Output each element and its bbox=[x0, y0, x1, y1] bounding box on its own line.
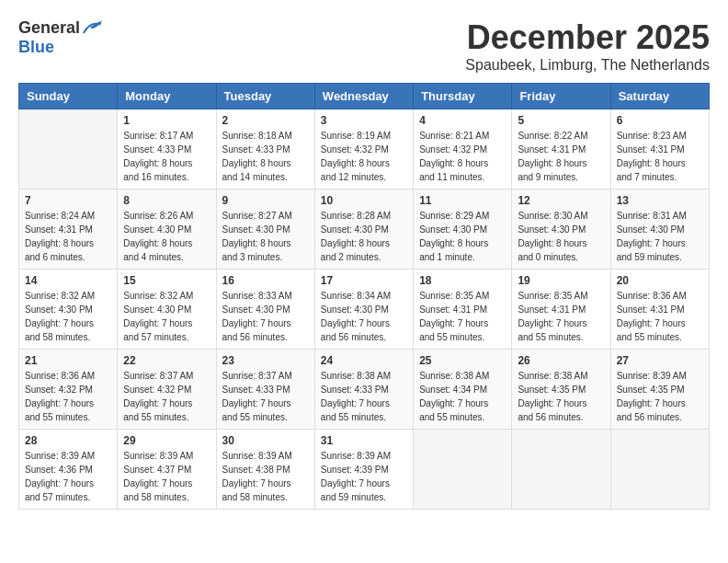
calendar-cell: 12Sunrise: 8:30 AM Sunset: 4:30 PM Dayli… bbox=[512, 190, 610, 270]
day-info: Sunrise: 8:29 AM Sunset: 4:30 PM Dayligh… bbox=[419, 209, 506, 264]
column-header-thursday: Thursday bbox=[414, 84, 512, 109]
calendar-cell: 1Sunrise: 8:17 AM Sunset: 4:33 PM Daylig… bbox=[118, 109, 216, 190]
calendar-cell: 4Sunrise: 8:21 AM Sunset: 4:32 PM Daylig… bbox=[414, 109, 512, 190]
page-header: General Blue December 2025 Spaubeek, Lim… bbox=[18, 18, 710, 74]
day-number: 24 bbox=[321, 354, 407, 367]
calendar-cell: 10Sunrise: 8:28 AM Sunset: 4:30 PM Dayli… bbox=[314, 190, 413, 270]
day-info: Sunrise: 8:38 AM Sunset: 4:33 PM Dayligh… bbox=[321, 369, 407, 424]
day-number: 2 bbox=[222, 114, 309, 127]
calendar-cell: 6Sunrise: 8:23 AM Sunset: 4:31 PM Daylig… bbox=[610, 109, 709, 190]
day-number: 30 bbox=[222, 434, 309, 447]
calendar-cell: 23Sunrise: 8:37 AM Sunset: 4:33 PM Dayli… bbox=[216, 350, 314, 430]
day-info: Sunrise: 8:39 AM Sunset: 4:38 PM Dayligh… bbox=[222, 449, 309, 504]
column-header-monday: Monday bbox=[118, 84, 216, 109]
calendar-cell: 19Sunrise: 8:35 AM Sunset: 4:31 PM Dayli… bbox=[512, 270, 610, 350]
day-info: Sunrise: 8:26 AM Sunset: 4:30 PM Dayligh… bbox=[123, 209, 210, 264]
calendar-cell: 22Sunrise: 8:37 AM Sunset: 4:32 PM Dayli… bbox=[118, 350, 216, 430]
location-title: Spaubeek, Limburg, The Netherlands bbox=[465, 57, 710, 74]
calendar-cell: 15Sunrise: 8:32 AM Sunset: 4:30 PM Dayli… bbox=[118, 270, 216, 350]
day-number: 19 bbox=[518, 274, 604, 287]
day-info: Sunrise: 8:19 AM Sunset: 4:32 PM Dayligh… bbox=[321, 129, 407, 184]
calendar-cell: 5Sunrise: 8:22 AM Sunset: 4:31 PM Daylig… bbox=[512, 109, 610, 190]
day-number: 10 bbox=[321, 194, 407, 207]
day-number: 13 bbox=[617, 194, 703, 207]
day-number: 14 bbox=[25, 274, 111, 287]
title-section: December 2025 Spaubeek, Limburg, The Net… bbox=[465, 18, 710, 74]
day-number: 27 bbox=[617, 354, 703, 367]
logo-bird-icon bbox=[82, 20, 102, 37]
calendar-cell: 3Sunrise: 8:19 AM Sunset: 4:32 PM Daylig… bbox=[314, 109, 413, 190]
day-info: Sunrise: 8:38 AM Sunset: 4:34 PM Dayligh… bbox=[419, 369, 506, 424]
day-info: Sunrise: 8:36 AM Sunset: 4:31 PM Dayligh… bbox=[617, 289, 703, 344]
day-info: Sunrise: 8:18 AM Sunset: 4:33 PM Dayligh… bbox=[222, 129, 309, 184]
month-title: December 2025 bbox=[465, 18, 710, 57]
day-number: 16 bbox=[222, 274, 309, 287]
calendar-cell: 17Sunrise: 8:34 AM Sunset: 4:30 PM Dayli… bbox=[314, 270, 413, 350]
day-number: 15 bbox=[123, 274, 210, 287]
day-info: Sunrise: 8:31 AM Sunset: 4:30 PM Dayligh… bbox=[617, 209, 703, 264]
calendar-week-5: 28Sunrise: 8:39 AM Sunset: 4:36 PM Dayli… bbox=[19, 430, 710, 510]
calendar-cell: 16Sunrise: 8:33 AM Sunset: 4:30 PM Dayli… bbox=[216, 270, 314, 350]
day-info: Sunrise: 8:33 AM Sunset: 4:30 PM Dayligh… bbox=[222, 289, 309, 344]
calendar-cell: 14Sunrise: 8:32 AM Sunset: 4:30 PM Dayli… bbox=[19, 270, 118, 350]
calendar-table: SundayMondayTuesdayWednesdayThursdayFrid… bbox=[18, 83, 710, 510]
day-number: 3 bbox=[321, 114, 407, 127]
calendar-cell: 24Sunrise: 8:38 AM Sunset: 4:33 PM Dayli… bbox=[314, 350, 413, 430]
calendar-cell: 29Sunrise: 8:39 AM Sunset: 4:37 PM Dayli… bbox=[118, 430, 216, 510]
day-number: 18 bbox=[419, 274, 506, 287]
column-header-friday: Friday bbox=[512, 84, 610, 109]
day-info: Sunrise: 8:24 AM Sunset: 4:31 PM Dayligh… bbox=[25, 209, 111, 264]
calendar-cell bbox=[610, 430, 709, 510]
day-info: Sunrise: 8:21 AM Sunset: 4:32 PM Dayligh… bbox=[419, 129, 506, 184]
day-info: Sunrise: 8:28 AM Sunset: 4:30 PM Dayligh… bbox=[321, 209, 407, 264]
calendar-cell: 7Sunrise: 8:24 AM Sunset: 4:31 PM Daylig… bbox=[19, 190, 118, 270]
logo-general-text: General bbox=[18, 18, 80, 38]
day-info: Sunrise: 8:30 AM Sunset: 4:30 PM Dayligh… bbox=[518, 209, 604, 264]
calendar-cell: 13Sunrise: 8:31 AM Sunset: 4:30 PM Dayli… bbox=[610, 190, 709, 270]
calendar-cell: 21Sunrise: 8:36 AM Sunset: 4:32 PM Dayli… bbox=[19, 350, 118, 430]
day-number: 11 bbox=[419, 194, 506, 207]
day-number: 20 bbox=[617, 274, 703, 287]
day-info: Sunrise: 8:37 AM Sunset: 4:32 PM Dayligh… bbox=[123, 369, 210, 424]
calendar-cell: 30Sunrise: 8:39 AM Sunset: 4:38 PM Dayli… bbox=[216, 430, 314, 510]
day-number: 28 bbox=[25, 434, 111, 447]
day-number: 25 bbox=[419, 354, 506, 367]
logo-blue-text: Blue bbox=[18, 38, 54, 56]
calendar-week-1: 1Sunrise: 8:17 AM Sunset: 4:33 PM Daylig… bbox=[19, 109, 710, 190]
calendar-cell: 28Sunrise: 8:39 AM Sunset: 4:36 PM Dayli… bbox=[19, 430, 118, 510]
day-info: Sunrise: 8:39 AM Sunset: 4:36 PM Dayligh… bbox=[25, 449, 111, 504]
calendar-cell: 2Sunrise: 8:18 AM Sunset: 4:33 PM Daylig… bbox=[216, 109, 314, 190]
calendar-cell: 31Sunrise: 8:39 AM Sunset: 4:39 PM Dayli… bbox=[314, 430, 413, 510]
day-number: 29 bbox=[123, 434, 210, 447]
day-info: Sunrise: 8:39 AM Sunset: 4:37 PM Dayligh… bbox=[123, 449, 210, 504]
day-number: 9 bbox=[222, 194, 309, 207]
day-number: 22 bbox=[123, 354, 210, 367]
calendar-cell: 20Sunrise: 8:36 AM Sunset: 4:31 PM Dayli… bbox=[610, 270, 709, 350]
day-number: 26 bbox=[518, 354, 604, 367]
header-row: SundayMondayTuesdayWednesdayThursdayFrid… bbox=[19, 84, 710, 109]
calendar-cell: 25Sunrise: 8:38 AM Sunset: 4:34 PM Dayli… bbox=[414, 350, 512, 430]
day-info: Sunrise: 8:22 AM Sunset: 4:31 PM Dayligh… bbox=[518, 129, 604, 184]
day-number: 6 bbox=[617, 114, 703, 127]
day-info: Sunrise: 8:32 AM Sunset: 4:30 PM Dayligh… bbox=[25, 289, 111, 344]
day-info: Sunrise: 8:34 AM Sunset: 4:30 PM Dayligh… bbox=[321, 289, 407, 344]
day-info: Sunrise: 8:36 AM Sunset: 4:32 PM Dayligh… bbox=[25, 369, 111, 424]
column-header-sunday: Sunday bbox=[19, 84, 118, 109]
day-number: 5 bbox=[518, 114, 604, 127]
calendar-cell: 18Sunrise: 8:35 AM Sunset: 4:31 PM Dayli… bbox=[414, 270, 512, 350]
day-info: Sunrise: 8:23 AM Sunset: 4:31 PM Dayligh… bbox=[617, 129, 703, 184]
day-info: Sunrise: 8:39 AM Sunset: 4:39 PM Dayligh… bbox=[321, 449, 407, 504]
day-number: 23 bbox=[222, 354, 309, 367]
calendar-cell: 11Sunrise: 8:29 AM Sunset: 4:30 PM Dayli… bbox=[414, 190, 512, 270]
day-number: 17 bbox=[321, 274, 407, 287]
day-info: Sunrise: 8:37 AM Sunset: 4:33 PM Dayligh… bbox=[222, 369, 309, 424]
column-header-saturday: Saturday bbox=[610, 84, 709, 109]
calendar-week-2: 7Sunrise: 8:24 AM Sunset: 4:31 PM Daylig… bbox=[19, 190, 710, 270]
calendar-cell: 9Sunrise: 8:27 AM Sunset: 4:30 PM Daylig… bbox=[216, 190, 314, 270]
calendar-cell: 8Sunrise: 8:26 AM Sunset: 4:30 PM Daylig… bbox=[118, 190, 216, 270]
day-info: Sunrise: 8:35 AM Sunset: 4:31 PM Dayligh… bbox=[518, 289, 604, 344]
day-info: Sunrise: 8:17 AM Sunset: 4:33 PM Dayligh… bbox=[123, 129, 210, 184]
day-number: 31 bbox=[321, 434, 407, 447]
day-number: 1 bbox=[123, 114, 210, 127]
calendar-cell bbox=[414, 430, 512, 510]
